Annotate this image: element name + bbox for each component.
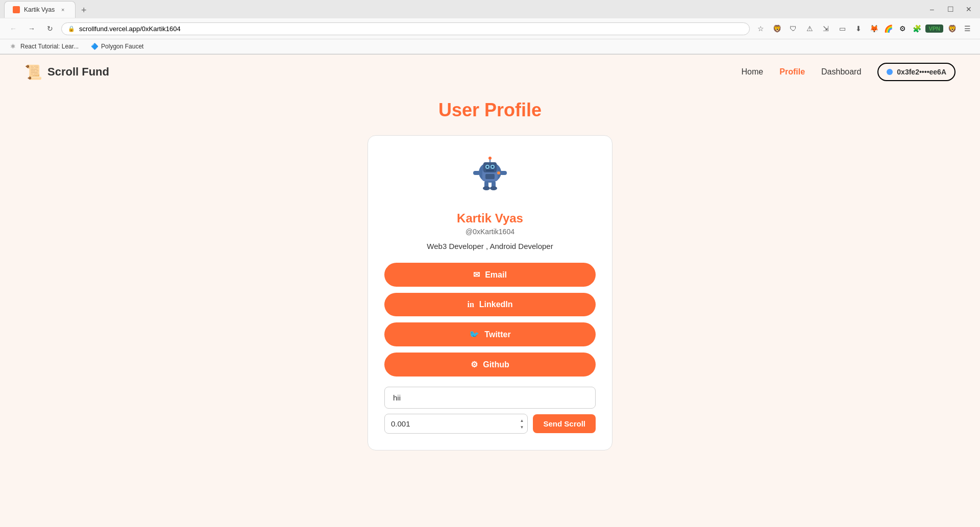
linkedin-label: LinkedIn	[479, 300, 513, 309]
brand-logo[interactable]: 📜 Scroll Fund	[24, 64, 109, 81]
github-icon: ⚙	[471, 360, 478, 369]
browser-tab[interactable]: Kartik Vyas ×	[4, 1, 76, 18]
tab-title: Kartik Vyas	[24, 6, 55, 13]
bookmark-react-label: React Tutorial: Lear...	[20, 43, 79, 50]
back-button[interactable]: ←	[6, 21, 20, 36]
shield-icon: 🦁	[770, 22, 783, 35]
alert-icon: ⚠	[803, 22, 816, 35]
address-bar[interactable]	[79, 25, 743, 33]
email-icon: ✉	[473, 270, 480, 280]
svg-rect-7	[486, 170, 494, 171]
svg-point-5	[486, 166, 488, 168]
sidebar-button[interactable]: ▭	[836, 22, 849, 35]
amount-up-button[interactable]: ▲	[518, 417, 526, 423]
svg-point-6	[492, 166, 494, 168]
bookmark-polygon[interactable]: 🔷 Polygon Faucet	[87, 41, 148, 52]
twitter-icon: 🐦	[469, 330, 479, 339]
svg-rect-9	[500, 171, 507, 175]
linkedin-button[interactable]: in LinkedIn	[384, 293, 596, 316]
minimize-button[interactable]: –	[925, 2, 939, 16]
wallet-button[interactable]: 0x3fe2••••ee6A	[877, 63, 955, 81]
send-scroll-button[interactable]: Send Scroll	[533, 414, 596, 433]
reload-button[interactable]: ↻	[43, 21, 57, 36]
metamask-icon[interactable]: 🦊	[868, 23, 879, 34]
svg-point-14	[490, 186, 497, 190]
address-bar-container: 🔒	[61, 22, 750, 35]
svg-rect-8	[473, 171, 480, 175]
main-content: User Profile	[0, 89, 980, 471]
amount-wrapper: ▲ ▼	[384, 414, 528, 434]
page-title: User Profile	[438, 99, 542, 121]
svg-point-17	[497, 171, 500, 174]
github-label: Github	[483, 360, 509, 369]
polygon-favicon: 🔷	[91, 43, 98, 50]
svg-point-16	[488, 157, 492, 160]
twitter-label: Twitter	[484, 330, 510, 339]
social-buttons: ✉ Email in LinkedIn 🐦 Twitter ⚙ Github	[384, 263, 596, 377]
nav-profile[interactable]: Profile	[779, 67, 805, 77]
close-window-button[interactable]: ✕	[962, 2, 976, 16]
bookmark-react[interactable]: ⚛ React Tutorial: Lear...	[6, 41, 83, 52]
avatar-container	[464, 152, 516, 203]
nav-dashboard[interactable]: Dashboard	[821, 67, 861, 77]
linkedin-icon: in	[467, 300, 474, 309]
vpn-badge[interactable]: VPN	[925, 24, 943, 33]
tab-close-button[interactable]: ×	[59, 6, 67, 14]
avatar	[464, 152, 516, 203]
svg-rect-10	[485, 174, 495, 179]
avatar-image	[467, 155, 513, 200]
bookmarks-bar: ⚛ React Tutorial: Lear... 🔷 Polygon Fauc…	[0, 39, 980, 54]
extension-manager-button[interactable]: ⇲	[819, 22, 832, 35]
svg-point-13	[483, 186, 490, 190]
twitter-button[interactable]: 🐦 Twitter	[384, 322, 596, 346]
brave-icon[interactable]: 🦁	[946, 23, 958, 34]
tab-favicon	[13, 6, 20, 13]
profile-handle: @0xKartik1604	[465, 228, 514, 236]
nav-home[interactable]: Home	[742, 67, 764, 77]
wallet-address: 0x3fe2••••ee6A	[897, 68, 946, 76]
brand-name: Scroll Fund	[47, 65, 109, 79]
new-tab-button[interactable]: +	[77, 4, 91, 18]
email-label: Email	[485, 270, 507, 280]
email-button[interactable]: ✉ Email	[384, 263, 596, 287]
react-favicon: ⚛	[10, 43, 17, 50]
amount-down-button[interactable]: ▼	[518, 424, 526, 430]
rainbow-icon[interactable]: 🌈	[883, 23, 894, 34]
brave-shield-icon: 🛡	[787, 22, 800, 35]
profile-bio: Web3 Developer , Android Developer	[427, 242, 553, 250]
navbar: 📜 Scroll Fund Home Profile Dashboard 0x3…	[0, 55, 980, 89]
navbar-links: Home Profile Dashboard 0x3fe2••••ee6A	[742, 63, 955, 81]
downloads-button[interactable]: ⬇	[852, 22, 865, 35]
amount-input[interactable]	[384, 414, 528, 434]
settings-icon[interactable]: ⚙	[897, 23, 908, 34]
amount-spinners: ▲ ▼	[518, 417, 526, 430]
wallet-indicator	[887, 69, 893, 75]
profile-name: Kartik Vyas	[457, 211, 523, 225]
bookmark-button[interactable]: ☆	[754, 22, 767, 35]
amount-row: ▲ ▼ Send Scroll	[384, 414, 596, 434]
bookmark-polygon-label: Polygon Faucet	[101, 43, 143, 50]
maximize-button[interactable]: ☐	[943, 2, 958, 16]
message-input[interactable]	[384, 387, 596, 409]
menu-button[interactable]: ☰	[961, 22, 974, 35]
profile-card: Kartik Vyas @0xKartik1604 Web3 Developer…	[368, 135, 612, 450]
brand-icon: 📜	[24, 64, 42, 81]
puzzle-icon[interactable]: 🧩	[911, 23, 922, 34]
github-button[interactable]: ⚙ Github	[384, 353, 596, 377]
forward-button[interactable]: →	[24, 21, 39, 36]
lock-icon: 🔒	[68, 26, 75, 32]
